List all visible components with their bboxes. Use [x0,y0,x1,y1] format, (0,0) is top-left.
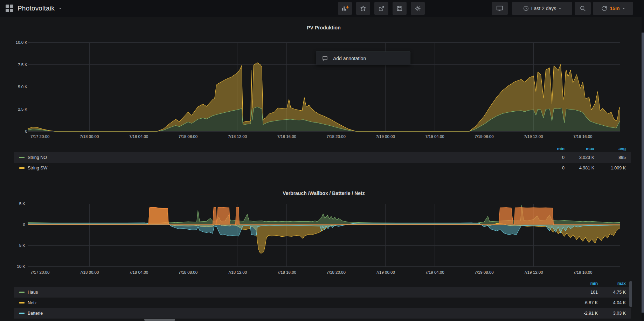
svg-text:7/19 08:00: 7/19 08:00 [475,270,493,274]
add-panel-button[interactable] [338,2,352,15]
series-max: 3.03 K [598,311,626,316]
series-avg: 895 [594,155,626,160]
legend-col-max[interactable]: max [598,281,626,286]
series-min: 0 [529,166,565,170]
horizontal-scrollbar-thumb[interactable] [144,319,175,321]
panel-title-pv-produktion[interactable]: PV Produktion [28,25,620,30]
svg-text:7.5 K: 7.5 K [18,63,27,67]
dashboards-grid-icon[interactable] [6,5,13,12]
series-min: 0 [529,155,565,160]
share-dashboard-button[interactable] [374,2,388,15]
svg-text:7/19 16:00: 7/19 16:00 [573,134,592,139]
refresh-caret-icon [622,8,625,9]
series-max: 4.981 K [565,166,594,170]
series-color-swatch[interactable] [19,313,25,314]
series-name[interactable]: Haus [28,290,38,295]
svg-text:7/18 00:00: 7/18 00:00 [80,134,99,139]
series-min: -2.91 K [559,311,598,316]
series-max: 3.023 K [565,155,594,160]
series-name[interactable]: Batterie [28,311,43,316]
svg-text:7/19 16:00: 7/19 16:00 [573,270,592,274]
save-dashboard-button[interactable] [393,2,407,15]
svg-text:0: 0 [23,223,25,227]
svg-text:7/19 12:00: 7/19 12:00 [524,270,543,274]
svg-text:7/19 04:00: 7/19 04:00 [425,270,444,274]
svg-text:-10 K: -10 K [16,264,26,268]
pv-legend: min max avg String NO 0 3.023 K 895 Stri… [14,145,631,173]
svg-text:0: 0 [25,129,27,133]
svg-text:7/18 20:00: 7/18 20:00 [327,134,346,139]
add-panel-icon [341,5,349,12]
legend-row-netz: Netz -6.87 K 4.04 K [14,298,631,308]
panel-title-verbrauch[interactable]: Verbrauch /Wallbox / Batterie / Netz [28,190,620,196]
add-annotation-menu-item[interactable]: Add annotation [316,51,410,65]
legend-header: min max [14,280,631,287]
series-color-swatch[interactable] [19,292,25,293]
svg-text:7/18 00:00: 7/18 00:00 [80,270,99,274]
verbrauch-chart[interactable]: 5 K0-5 K-10 K7/17 20:007/18 00:007/18 04… [0,196,644,280]
time-range-caret-icon [559,8,561,9]
svg-text:7/18 04:00: 7/18 04:00 [129,134,148,139]
pv-produktion-chart[interactable]: 10.0 K7.5 K5.0 K2.5 K07/17 20:007/18 00:… [0,32,644,144]
star-icon [360,5,367,12]
svg-text:-5 K: -5 K [18,243,25,247]
dashboard-settings-button[interactable] [411,2,425,15]
share-icon [378,5,385,12]
series-color-swatch[interactable] [19,167,25,169]
svg-text:7/17 20:00: 7/17 20:00 [30,270,49,274]
save-icon [396,5,403,12]
page-scrollbar-thumb[interactable] [642,33,644,313]
svg-text:7/17 20:00: 7/17 20:00 [30,134,49,139]
time-range-label: Last 2 days [531,6,556,11]
svg-text:2.5 K: 2.5 K [18,107,27,111]
gear-icon [414,5,421,12]
dashboard-title-caret-icon[interactable] [59,8,62,9]
verbrauch-legend: min max Haus 161 4.75 K Netz -6.87 K 4.0… [14,280,631,319]
navbar: Photovoltaik [0,0,644,17]
series-avg: 1.009 K [594,166,626,170]
zoom-out-time-button[interactable] [575,2,591,15]
dashboard-scrollbar-thumb[interactable] [629,281,632,307]
legend-col-max[interactable]: max [565,146,594,151]
legend-row-batterie: Batterie -2.91 K 3.03 K [14,308,631,319]
series-color-swatch[interactable] [19,157,25,158]
legend-col-avg[interactable]: avg [594,146,626,151]
refresh-icon [601,5,608,12]
svg-text:7/18 08:00: 7/18 08:00 [179,270,198,274]
dashboard-title[interactable]: Photovoltaik [18,5,55,12]
svg-text:7/19 00:00: 7/19 00:00 [376,270,395,274]
svg-text:7/19 04:00: 7/19 04:00 [425,134,444,139]
svg-text:7/19 00:00: 7/19 00:00 [376,134,395,139]
svg-text:7/18 04:00: 7/18 04:00 [129,270,148,274]
series-name[interactable]: String SW [28,166,47,170]
cycle-view-mode-button[interactable] [492,2,508,15]
legend-col-min[interactable]: min [559,281,598,286]
svg-text:7/18 12:00: 7/18 12:00 [228,270,247,274]
svg-text:7/18 16:00: 7/18 16:00 [277,270,296,274]
svg-text:7/18 16:00: 7/18 16:00 [277,134,296,139]
series-name[interactable]: String NO [28,155,47,160]
series-max: 4.75 K [598,290,626,295]
legend-col-min[interactable]: min [529,146,565,151]
comment-bubble-icon [322,55,328,62]
series-name[interactable]: Netz [28,300,37,305]
mark-favorite-button[interactable] [356,2,370,15]
svg-text:7/18 20:00: 7/18 20:00 [327,270,346,274]
svg-text:5.0 K: 5.0 K [18,85,27,89]
svg-text:7/19 12:00: 7/19 12:00 [524,134,543,139]
series-color-swatch[interactable] [19,302,25,303]
add-annotation-label: Add annotation [333,56,366,61]
svg-text:7/18 12:00: 7/18 12:00 [228,134,247,139]
refresh-button[interactable]: 15m [593,2,633,15]
series-min: 161 [559,290,598,295]
time-range-picker-button[interactable]: Last 2 days [512,2,572,15]
svg-text:5 K: 5 K [19,202,26,206]
legend-header: min max avg [14,145,631,152]
zoom-out-icon [579,5,586,12]
series-max: 4.04 K [598,300,626,305]
svg-text:7/18 08:00: 7/18 08:00 [179,134,198,139]
monitor-icon [496,5,504,12]
svg-text:10.0 K: 10.0 K [16,40,28,44]
refresh-interval-label: 15m [610,6,619,11]
svg-text:7/19 08:00: 7/19 08:00 [475,134,493,139]
